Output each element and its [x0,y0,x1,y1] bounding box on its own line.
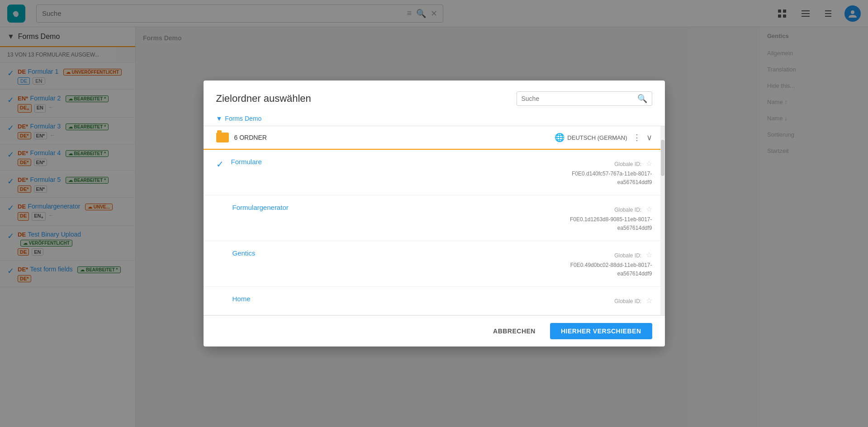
folder-lang-label: DEUTSCH (GERMAN) [567,134,627,141]
selected-check-icon: ✓ [216,159,224,170]
dialog-breadcrumb: ▼ Forms Demo [204,113,665,126]
star-icon[interactable]: ☆ [646,251,652,259]
folder-list-item[interactable]: Home Globale ID: ☆ [204,287,665,315]
expand-icon[interactable]: ∨ [646,133,652,142]
breadcrumb-forms-demo[interactable]: Forms Demo [225,115,261,122]
dialog-search-box[interactable]: 🔍 [517,91,652,106]
dialog-scrollbar-track[interactable] [660,126,665,315]
folder-item-meta: Globale ID: ☆ [614,295,652,307]
global-id-value-2: ea567614ddf9 [617,225,652,231]
folder-item-name[interactable]: Formulargenerator [232,204,570,211]
folder-list-item[interactable]: Formulargenerator Globale ID: ☆ F0E0.1d1… [204,195,665,241]
star-icon[interactable]: ☆ [646,205,652,213]
star-icon[interactable]: ☆ [646,297,652,304]
global-id-value: F0E0.49d0bc02-88dd-11eb-8017- [570,262,652,268]
more-options-icon[interactable]: ⋮ [633,133,641,142]
global-id-value: F0E0.d140fc57-767a-11eb-8017- [572,171,652,177]
dialog-title: Zielordner auswählen [216,93,506,104]
dialog-scrollbar-thumb[interactable] [661,140,664,176]
dialog-search-icon[interactable]: 🔍 [637,94,647,104]
dialog-search-input[interactable] [522,95,637,102]
global-id-label: Globale ID: [614,207,641,213]
move-button[interactable]: HIERHER VERSCHIEBEN [550,323,652,339]
global-id-value: F0E0.1d1263d8-9085-11eb-8017- [570,216,652,223]
folder-item-meta: Globale ID: ☆ F0E0.49d0bc02-88dd-11eb-80… [570,249,652,278]
globe-icon: 🌐 [555,133,564,142]
global-id-value-2: ea567614ddf9 [617,179,652,185]
cancel-button[interactable]: ABBRECHEN [486,324,543,338]
folder-lang: 🌐 DEUTSCH (GERMAN) [555,133,627,142]
global-id-label: Globale ID: [614,298,641,304]
folder-list-item[interactable]: Gentics Globale ID: ☆ F0E0.49d0bc02-88dd… [204,241,665,287]
modal-overlay[interactable]: Zielordner auswählen 🔍 ▼ Forms Demo 6 OR… [0,0,868,427]
global-id-value-2: ea567614ddf9 [617,270,652,277]
folder-count-label: 6 ORDNER [234,134,550,141]
star-icon[interactable]: ☆ [646,160,652,167]
folder-item-meta: Globale ID: ☆ F0E0.1d1263d8-9085-11eb-80… [570,204,652,232]
move-dialog: Zielordner auswählen 🔍 ▼ Forms Demo 6 OR… [204,81,665,346]
folder-header-row: 6 ORDNER 🌐 DEUTSCH (GERMAN) ⋮ ∨ [204,126,665,150]
dialog-body: 6 ORDNER 🌐 DEUTSCH (GERMAN) ⋮ ∨ ✓ Formul… [204,126,665,315]
dialog-header: Zielordner auswählen 🔍 [204,81,665,113]
folder-item-name[interactable]: Gentics [232,249,570,257]
folder-item-meta: Globale ID: ☆ F0E0.d140fc57-767a-11eb-80… [572,158,652,187]
dialog-footer: ABBRECHEN HIERHER VERSCHIEBEN [204,315,665,346]
global-id-label: Globale ID: [614,161,641,167]
breadcrumb-arrow: ▼ [216,115,223,122]
folder-item-name[interactable]: Home [232,295,615,303]
global-id-label: Globale ID: [614,252,641,259]
folder-icon [216,133,229,142]
folder-item-name[interactable]: Formulare [231,158,572,166]
folder-list-item[interactable]: ✓ Formulare Globale ID: ☆ F0E0.d140fc57-… [204,150,665,195]
